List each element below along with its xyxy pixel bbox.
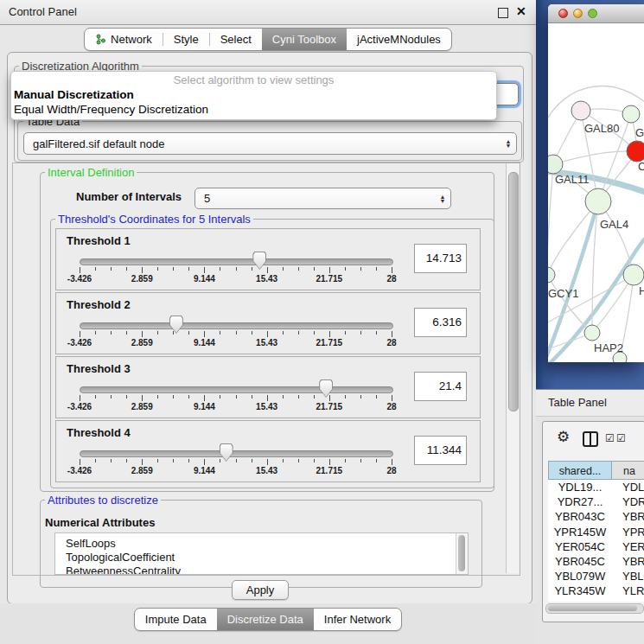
tick-mark <box>111 395 112 399</box>
threshold-label: Threshold 2 <box>67 298 131 311</box>
column-header-shared-name[interactable]: shared... <box>548 461 612 480</box>
threshold-value-field[interactable]: 6.316 <box>414 308 467 337</box>
slider-track[interactable] <box>80 386 393 393</box>
zoom-traffic-light-icon[interactable] <box>588 9 597 18</box>
attribute-list-item[interactable]: SelfLoops <box>66 537 116 551</box>
threshold-value-field[interactable]: 11.344 <box>414 436 467 465</box>
cell-shared-name[interactable]: YDL19... <box>548 481 612 494</box>
cell-name[interactable]: YDL1 <box>622 481 644 494</box>
cell-shared-name[interactable]: YBR045C <box>548 555 612 568</box>
table-row[interactable]: YLR345WYLR3 <box>548 584 644 599</box>
cell-name[interactable]: YBR0 <box>622 510 644 523</box>
slider-track[interactable] <box>80 258 393 265</box>
list-vertical-scrollbar[interactable] <box>456 533 468 574</box>
scrollbar-thumb[interactable] <box>458 535 465 571</box>
tab-infer-network[interactable]: Infer Network <box>314 609 401 630</box>
network-node[interactable] <box>548 267 555 283</box>
slider-thumb[interactable] <box>169 316 183 334</box>
tab-network[interactable]: Network <box>85 29 163 50</box>
network-view-window: GAL80GACGAL11GAL4GCY1HHAP2 <box>548 4 644 362</box>
algorithm-placeholder-option[interactable]: Select algorithm to view settings <box>11 73 496 86</box>
cell-name[interactable]: YBR0 <box>622 555 644 568</box>
cell-shared-name[interactable]: YBR043C <box>548 510 612 523</box>
close-traffic-light-icon[interactable] <box>558 9 568 18</box>
vertical-scrollbar[interactable] <box>506 163 519 573</box>
option-manual-discretization[interactable]: Manual Discretization <box>14 88 134 101</box>
tab-select[interactable]: Select <box>210 29 262 50</box>
slider-thumb[interactable] <box>252 252 266 270</box>
network-canvas[interactable]: GAL80GACGAL11GAL4GCY1HHAP2 <box>548 22 644 362</box>
tick-mark <box>298 395 299 399</box>
scrollbar-thumb[interactable] <box>548 605 637 611</box>
table-row[interactable]: YBL079WYBL0 <box>548 570 644 584</box>
tick-label: 21.715 <box>305 274 354 284</box>
column-header-name[interactable]: na <box>612 461 644 480</box>
tick-mark <box>157 331 158 335</box>
cell-shared-name[interactable]: YPR145W <box>548 526 612 539</box>
option-equal-width-frequency[interactable]: Equal Width/Frequency Discretization <box>14 103 208 116</box>
checkbox-icon[interactable]: ☑ <box>616 432 626 444</box>
cell-name[interactable]: YLR3 <box>622 584 644 597</box>
table-row[interactable]: YER054CYER0 <box>548 540 644 555</box>
network-node[interactable] <box>548 155 563 174</box>
checkbox-icon[interactable]: ☑ <box>605 432 615 444</box>
tab-impute-data[interactable]: Impute Data <box>135 609 217 630</box>
node-label: GAL80 <box>584 122 619 135</box>
float-window-icon[interactable] <box>498 8 508 18</box>
numerical-attributes-list[interactable]: SelfLoopsTopologicalCoefficientBetweenne… <box>54 532 469 575</box>
network-node[interactable] <box>622 105 640 123</box>
threshold-label: Threshold 3 <box>67 362 131 375</box>
combo-spinner-icon[interactable]: ▲▼ <box>435 194 450 203</box>
table-data-combobox[interactable]: galFiltered.sif default node ▲▼ <box>23 132 517 155</box>
network-node[interactable] <box>627 141 644 162</box>
tick-label: 28 <box>367 338 416 348</box>
apply-button[interactable]: Apply <box>232 580 289 600</box>
table-data-value: galFiltered.sif default node <box>24 137 501 150</box>
minimize-traffic-light-icon[interactable] <box>573 9 583 18</box>
cell-shared-name[interactable]: YIL052C <box>548 600 612 602</box>
cell-name[interactable]: YIL0 <box>622 600 644 602</box>
slider-track[interactable] <box>80 322 393 329</box>
threshold-label: Threshold 1 <box>67 234 131 247</box>
tick-mark <box>329 459 330 465</box>
cell-shared-name[interactable]: YER054C <box>548 540 612 553</box>
cell-name[interactable]: YPR1 <box>622 526 644 539</box>
cell-shared-name[interactable]: YDR27... <box>548 495 612 508</box>
columns-icon[interactable] <box>583 431 598 447</box>
cell-name[interactable]: YBL0 <box>622 570 644 583</box>
slider-track[interactable] <box>80 450 393 457</box>
close-icon[interactable]: ✕ <box>516 4 526 18</box>
combo-spinner-icon[interactable]: ▲▼ <box>501 139 516 148</box>
tab-discretize-data[interactable]: Discretize Data <box>217 609 314 630</box>
slider-thumb[interactable] <box>220 443 233 462</box>
tab-jactivemnodules[interactable]: jActiveMNodules <box>347 29 451 50</box>
slider-thumb[interactable] <box>319 379 333 398</box>
table-row[interactable]: YBR045CYBR0 <box>548 555 644 570</box>
cell-name[interactable]: YDR2 <box>622 495 644 508</box>
cell-shared-name[interactable]: YLR345W <box>548 584 612 597</box>
network-node[interactable] <box>584 325 600 341</box>
tab-style[interactable]: Style <box>163 29 209 50</box>
gear-icon[interactable]: ⚙ <box>557 428 570 446</box>
table-row[interactable]: YIL052CYIL0 <box>548 600 644 602</box>
attribute-list-item[interactable]: TopologicalCoefficient <box>66 551 175 564</box>
table-row[interactable]: YDL19...YDL1 <box>548 481 644 495</box>
threshold-value-field[interactable]: 21.4 <box>414 372 467 401</box>
tick-mark <box>314 459 315 462</box>
table-row[interactable]: YDR27...YDR2 <box>548 495 644 510</box>
network-node[interactable] <box>623 265 644 285</box>
network-window-titlebar[interactable] <box>548 4 644 23</box>
network-node[interactable] <box>571 101 590 120</box>
table-row[interactable]: YPR145WYPR1 <box>548 526 644 540</box>
scrollbar-thumb[interactable] <box>508 172 519 411</box>
tick-label: 28 <box>367 466 416 475</box>
attribute-list-item[interactable]: BetweennessCentrality <box>66 564 181 575</box>
cell-name[interactable]: YER0 <box>622 540 644 553</box>
number-of-intervals-combobox[interactable]: 5 ▲▼ <box>194 188 451 209</box>
tab-cyni-toolbox[interactable]: Cyni Toolbox <box>262 29 347 50</box>
threshold-value-field[interactable]: 14.713 <box>414 244 467 273</box>
horizontal-scrollbar[interactable] <box>545 603 644 614</box>
cell-shared-name[interactable]: YBL079W <box>548 570 612 583</box>
network-node[interactable] <box>585 188 611 214</box>
table-row[interactable]: YBR043CYBR0 <box>548 510 644 525</box>
